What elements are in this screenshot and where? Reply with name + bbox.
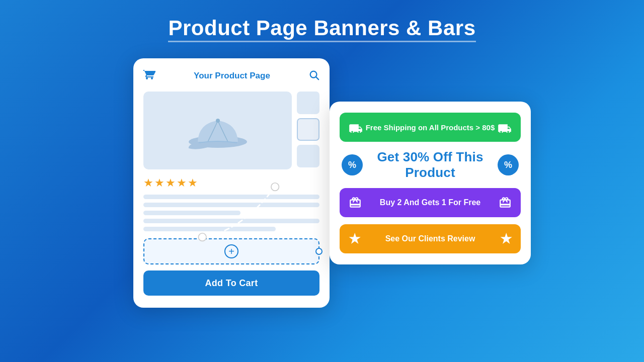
buy2-banner[interactable]: Buy 2 And Gets 1 For Free [340, 188, 521, 217]
product-main-image [143, 92, 292, 169]
svg-point-3 [216, 119, 220, 123]
free-shipping-banner[interactable]: Free Shipping on All Products > 80$ [340, 113, 521, 142]
banner-placeholder[interactable]: + [143, 238, 319, 264]
line-5 [143, 227, 276, 231]
discount-label: Get 30% Off This Product [363, 149, 498, 180]
product-thumbnails [297, 92, 319, 169]
connector-dot-left [315, 248, 323, 255]
product-page-label: Your Product Page [194, 71, 270, 81]
shipping-icon-left [349, 122, 363, 133]
main-content: Your Product Page [0, 58, 644, 308]
free-shipping-label: Free Shipping on All Products > 80$ [366, 123, 495, 132]
star-rating: ★★★★★ [143, 176, 319, 190]
gift-icon-left [349, 196, 362, 209]
product-image-area [143, 92, 319, 169]
add-to-cart-button[interactable]: Add To Cart [143, 270, 319, 296]
thumbnail-2 [297, 118, 319, 141]
add-banner-icon[interactable]: + [224, 244, 238, 258]
cart-icon [143, 68, 155, 83]
buy2-label: Buy 2 And Gets 1 For Free [380, 198, 480, 207]
product-card-header: Your Product Page [143, 68, 319, 83]
discount-banner[interactable]: % Get 30% Off This Product % [340, 149, 521, 181]
review-label: See Our Clients Review [385, 234, 475, 243]
line-1 [143, 195, 319, 199]
thumbnail-1 [297, 92, 319, 114]
svg-line-1 [316, 77, 318, 79]
review-banner[interactable]: ★ See Our Clients Review ★ [340, 224, 521, 253]
page-title: Product Page Banners & Bars [168, 16, 475, 40]
discount-badge-right: % [498, 154, 519, 175]
banners-panel: Free Shipping on All Products > 80$ % Ge… [330, 102, 531, 264]
gift-icon-right [499, 196, 512, 209]
discount-badge-left: % [342, 154, 363, 175]
thumbnail-3 [297, 145, 319, 167]
product-description-lines [143, 195, 319, 231]
search-icon [308, 69, 319, 83]
shipping-icon-right [498, 122, 512, 133]
line-2 [143, 203, 319, 207]
line-4 [143, 219, 319, 223]
product-card: Your Product Page [133, 58, 330, 308]
star-icon-right: ★ [500, 231, 512, 247]
line-3 [143, 211, 240, 215]
star-icon-left: ★ [349, 231, 360, 247]
